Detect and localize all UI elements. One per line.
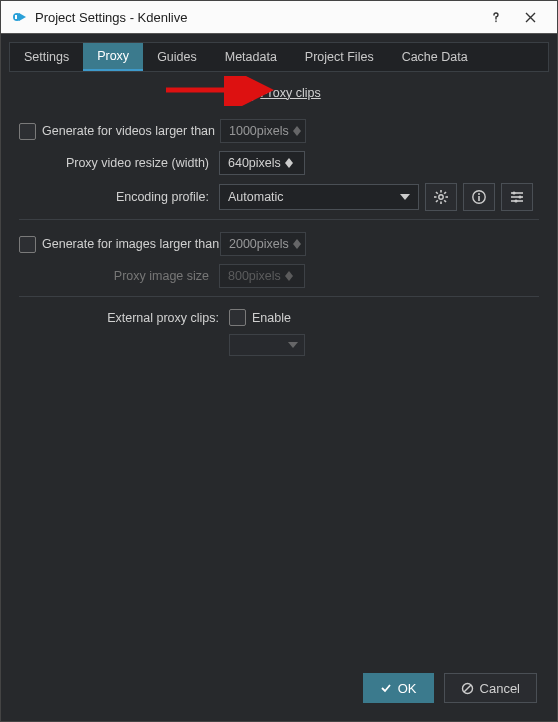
encoding-profile-label: Encoding profile: xyxy=(19,190,219,204)
tab-settings[interactable]: Settings xyxy=(10,43,83,71)
cancel-icon xyxy=(461,682,474,695)
svg-line-8 xyxy=(436,192,438,194)
svg-line-9 xyxy=(444,200,446,202)
window-title: Project Settings - Kdenlive xyxy=(35,10,479,25)
ok-button[interactable]: OK xyxy=(363,673,434,703)
svg-point-19 xyxy=(518,195,521,198)
gen-videos-size-spin[interactable]: 1000pixels xyxy=(220,119,306,143)
gen-videos-checkbox[interactable] xyxy=(19,123,36,140)
svg-rect-14 xyxy=(478,196,480,201)
gen-videos-value: 1000pixels xyxy=(229,124,289,138)
cancel-button[interactable]: Cancel xyxy=(444,673,537,703)
chevron-down-icon xyxy=(400,194,410,200)
external-proxy-label: External proxy clips: xyxy=(19,311,229,325)
tab-guides[interactable]: Guides xyxy=(143,43,211,71)
help-button[interactable] xyxy=(479,3,513,31)
cancel-button-label: Cancel xyxy=(480,681,520,696)
enable-external-label: Enable xyxy=(252,311,291,325)
svg-line-11 xyxy=(436,200,438,202)
video-resize-spin[interactable]: 640pixels xyxy=(219,151,305,175)
gen-images-size-spin[interactable]: 2000pixels xyxy=(220,232,306,256)
svg-point-20 xyxy=(514,199,517,202)
svg-point-13 xyxy=(478,193,480,195)
spin-arrows-icon xyxy=(285,158,302,168)
separator xyxy=(19,296,539,297)
tab-bar: Settings Proxy Guides Metadata Project F… xyxy=(9,42,549,72)
tab-metadata[interactable]: Metadata xyxy=(211,43,291,71)
encoding-sliders-button[interactable] xyxy=(501,183,533,211)
image-size-label: Proxy image size xyxy=(19,269,219,283)
app-icon xyxy=(11,8,29,26)
svg-rect-1 xyxy=(15,15,17,19)
encoding-info-button[interactable] xyxy=(463,183,495,211)
titlebar: Project Settings - Kdenlive xyxy=(1,1,557,34)
gen-images-value: 2000pixels xyxy=(229,237,289,251)
close-button[interactable] xyxy=(513,3,547,31)
gen-images-label: Generate for images larger than xyxy=(42,237,220,251)
separator xyxy=(19,219,539,220)
encoding-profile-value: Automatic xyxy=(228,190,400,204)
encoding-profile-combo[interactable]: Automatic xyxy=(219,184,419,210)
svg-line-22 xyxy=(464,685,471,692)
tab-proxy[interactable]: Proxy xyxy=(83,43,143,71)
spin-arrows-icon xyxy=(285,271,302,281)
encoding-settings-button[interactable] xyxy=(425,183,457,211)
video-resize-value: 640pixels xyxy=(228,156,281,170)
tab-project-files[interactable]: Project Files xyxy=(291,43,388,71)
enable-external-checkbox[interactable] xyxy=(229,309,246,326)
gear-icon xyxy=(433,189,449,205)
sliders-icon xyxy=(509,189,525,205)
gen-videos-label: Generate for videos larger than xyxy=(42,124,220,138)
footer: OK Cancel xyxy=(9,663,549,713)
image-size-value: 800pixels xyxy=(228,269,281,283)
content: Settings Proxy Guides Metadata Project F… xyxy=(1,34,557,721)
tab-body: Proxy clips Generate for videos larger t… xyxy=(9,72,549,663)
gen-images-checkbox[interactable] xyxy=(19,236,36,253)
external-proxy-combo[interactable] xyxy=(229,334,305,356)
svg-point-18 xyxy=(512,191,515,194)
ok-button-label: OK xyxy=(398,681,417,696)
svg-line-10 xyxy=(444,192,446,194)
proxy-clips-label[interactable]: Proxy clips xyxy=(260,86,320,100)
video-resize-label: Proxy video resize (width) xyxy=(19,156,219,170)
image-size-spin[interactable]: 800pixels xyxy=(219,264,305,288)
info-icon xyxy=(471,189,487,205)
window: Project Settings - Kdenlive Settings Pro… xyxy=(0,0,558,722)
spin-arrows-icon xyxy=(293,239,303,249)
proxy-clips-checkbox[interactable] xyxy=(237,84,254,101)
chevron-down-icon xyxy=(288,342,298,348)
svg-point-3 xyxy=(439,195,443,199)
spin-arrows-icon xyxy=(293,126,303,136)
check-icon xyxy=(380,682,392,694)
tab-cache-data[interactable]: Cache Data xyxy=(388,43,482,71)
